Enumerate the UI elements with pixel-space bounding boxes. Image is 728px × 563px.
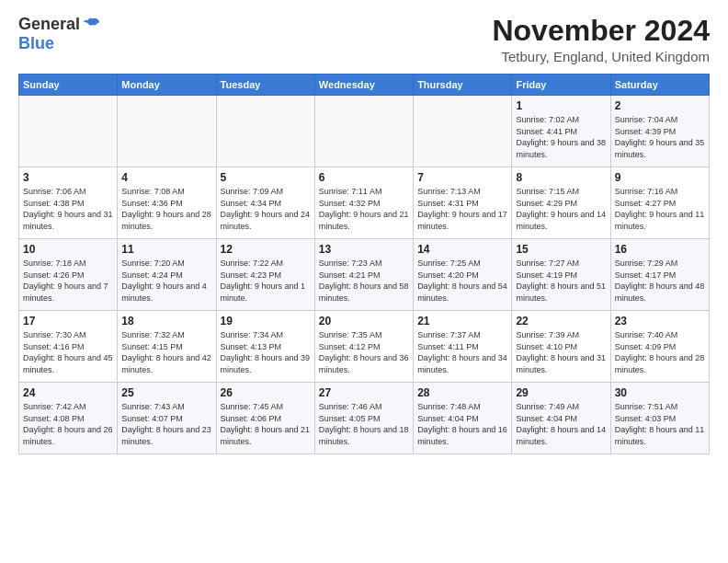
table-cell: 26 Sunrise: 7:45 AMSunset: 4:06 PMDaylig… [216,383,314,454]
day-number: 6 [319,171,409,184]
table-cell: 7 Sunrise: 7:13 AMSunset: 4:31 PMDayligh… [414,167,512,239]
table-cell: 19 Sunrise: 7:34 AMSunset: 4:13 PMDaylig… [216,311,314,383]
day-number: 9 [615,171,705,184]
day-info: Sunrise: 7:18 AMSunset: 4:26 PMDaylight:… [23,259,108,303]
day-info: Sunrise: 7:35 AMSunset: 4:12 PMDaylight:… [319,330,409,374]
day-info: Sunrise: 7:22 AMSunset: 4:23 PMDaylight:… [221,259,306,303]
day-info: Sunrise: 7:04 AMSunset: 4:39 PMDaylight:… [615,115,705,159]
table-cell: 17 Sunrise: 7:30 AMSunset: 4:16 PMDaylig… [19,311,118,383]
table-cell: 15 Sunrise: 7:27 AMSunset: 4:19 PMDaylig… [512,239,610,311]
table-cell: 5 Sunrise: 7:09 AMSunset: 4:34 PMDayligh… [216,167,314,239]
day-number: 10 [23,243,113,256]
day-number: 2 [615,99,705,112]
day-number: 5 [221,171,311,184]
table-cell: 23 Sunrise: 7:40 AMSunset: 4:09 PMDaylig… [610,311,709,383]
week-row-5: 24 Sunrise: 7:42 AMSunset: 4:08 PMDaylig… [19,383,710,454]
day-info: Sunrise: 7:11 AMSunset: 4:32 PMDaylight:… [319,187,409,231]
table-cell: 25 Sunrise: 7:43 AMSunset: 4:07 PMDaylig… [118,383,216,454]
day-info: Sunrise: 7:08 AMSunset: 4:36 PMDaylight:… [121,187,211,231]
table-cell: 21 Sunrise: 7:37 AMSunset: 4:11 PMDaylig… [414,311,512,383]
table-cell: 9 Sunrise: 7:16 AMSunset: 4:27 PMDayligh… [610,167,709,239]
day-number: 14 [417,243,507,256]
table-cell: 22 Sunrise: 7:39 AMSunset: 4:10 PMDaylig… [512,311,610,383]
day-info: Sunrise: 7:48 AMSunset: 4:04 PMDaylight:… [417,402,507,446]
column-header-row: Sunday Monday Tuesday Wednesday Thursday… [19,75,710,96]
day-info: Sunrise: 7:51 AMSunset: 4:03 PMDaylight:… [615,402,705,446]
table-cell: 6 Sunrise: 7:11 AMSunset: 4:32 PMDayligh… [314,167,413,239]
day-number: 1 [516,99,606,112]
day-number: 8 [516,171,606,184]
day-info: Sunrise: 7:43 AMSunset: 4:07 PMDaylight:… [121,402,211,446]
table-cell: 24 Sunrise: 7:42 AMSunset: 4:08 PMDaylig… [19,383,118,454]
day-info: Sunrise: 7:23 AMSunset: 4:21 PMDaylight:… [319,259,409,303]
day-number: 12 [221,243,311,256]
week-row-2: 3 Sunrise: 7:06 AMSunset: 4:38 PMDayligh… [19,167,710,239]
day-number: 20 [319,315,409,327]
table-cell: 30 Sunrise: 7:51 AMSunset: 4:03 PMDaylig… [610,383,709,454]
col-wednesday: Wednesday [314,75,413,96]
day-info: Sunrise: 7:34 AMSunset: 4:13 PMDaylight:… [221,330,311,374]
col-sunday: Sunday [19,75,118,96]
table-cell [314,96,413,167]
logo: General Blue [18,15,100,53]
week-row-3: 10 Sunrise: 7:18 AMSunset: 4:26 PMDaylig… [19,239,710,311]
logo-blue-text: Blue [18,34,54,53]
day-number: 17 [23,315,113,327]
title-block: November 2024 Tetbury, England, United K… [492,15,710,64]
location: Tetbury, England, United Kingdom [492,49,710,64]
day-number: 26 [221,386,311,399]
table-cell: 4 Sunrise: 7:08 AMSunset: 4:36 PMDayligh… [118,167,216,239]
day-info: Sunrise: 7:06 AMSunset: 4:38 PMDaylight:… [23,187,113,231]
day-info: Sunrise: 7:30 AMSunset: 4:16 PMDaylight:… [23,330,113,374]
day-info: Sunrise: 7:29 AMSunset: 4:17 PMDaylight:… [615,259,705,303]
day-number: 7 [417,171,507,184]
week-row-4: 17 Sunrise: 7:30 AMSunset: 4:16 PMDaylig… [19,311,710,383]
table-cell [118,96,216,167]
logo-general-text: General [18,15,80,34]
table-cell: 27 Sunrise: 7:46 AMSunset: 4:05 PMDaylig… [314,383,413,454]
day-info: Sunrise: 7:15 AMSunset: 4:29 PMDaylight:… [516,187,606,231]
col-tuesday: Tuesday [216,75,314,96]
table-cell: 18 Sunrise: 7:32 AMSunset: 4:15 PMDaylig… [118,311,216,383]
day-number: 22 [516,315,606,327]
day-info: Sunrise: 7:25 AMSunset: 4:20 PMDaylight:… [417,259,507,303]
day-info: Sunrise: 7:46 AMSunset: 4:05 PMDaylight:… [319,402,409,446]
day-number: 18 [121,315,211,327]
table-cell: 1 Sunrise: 7:02 AMSunset: 4:41 PMDayligh… [512,96,610,167]
day-number: 23 [615,315,705,327]
table-cell: 20 Sunrise: 7:35 AMSunset: 4:12 PMDaylig… [314,311,413,383]
day-info: Sunrise: 7:49 AMSunset: 4:04 PMDaylight:… [516,402,606,446]
day-number: 27 [319,386,409,399]
day-number: 30 [615,386,705,399]
table-cell: 29 Sunrise: 7:49 AMSunset: 4:04 PMDaylig… [512,383,610,454]
table-cell: 12 Sunrise: 7:22 AMSunset: 4:23 PMDaylig… [216,239,314,311]
logo-bird-icon [82,16,100,34]
table-cell [19,96,118,167]
table-cell: 10 Sunrise: 7:18 AMSunset: 4:26 PMDaylig… [19,239,118,311]
day-info: Sunrise: 7:13 AMSunset: 4:31 PMDaylight:… [417,187,507,231]
week-row-1: 1 Sunrise: 7:02 AMSunset: 4:41 PMDayligh… [19,96,710,167]
table-cell: 14 Sunrise: 7:25 AMSunset: 4:20 PMDaylig… [414,239,512,311]
day-number: 28 [417,386,507,399]
col-friday: Friday [512,75,610,96]
table-cell: 8 Sunrise: 7:15 AMSunset: 4:29 PMDayligh… [512,167,610,239]
day-info: Sunrise: 7:45 AMSunset: 4:06 PMDaylight:… [221,402,311,446]
table-cell [216,96,314,167]
table-cell: 16 Sunrise: 7:29 AMSunset: 4:17 PMDaylig… [610,239,709,311]
day-number: 13 [319,243,409,256]
day-number: 3 [23,171,113,184]
day-number: 11 [121,243,211,256]
calendar-table: Sunday Monday Tuesday Wednesday Thursday… [18,74,710,454]
day-number: 24 [23,386,113,399]
day-info: Sunrise: 7:20 AMSunset: 4:24 PMDaylight:… [121,259,207,303]
day-info: Sunrise: 7:42 AMSunset: 4:08 PMDaylight:… [23,402,113,446]
day-info: Sunrise: 7:16 AMSunset: 4:27 PMDaylight:… [615,187,705,231]
col-monday: Monday [118,75,216,96]
table-cell [414,96,512,167]
day-info: Sunrise: 7:02 AMSunset: 4:41 PMDaylight:… [516,115,606,159]
table-cell: 3 Sunrise: 7:06 AMSunset: 4:38 PMDayligh… [19,167,118,239]
day-info: Sunrise: 7:32 AMSunset: 4:15 PMDaylight:… [121,330,211,374]
day-number: 29 [516,386,606,399]
day-number: 19 [221,315,311,327]
day-info: Sunrise: 7:09 AMSunset: 4:34 PMDaylight:… [221,187,311,231]
